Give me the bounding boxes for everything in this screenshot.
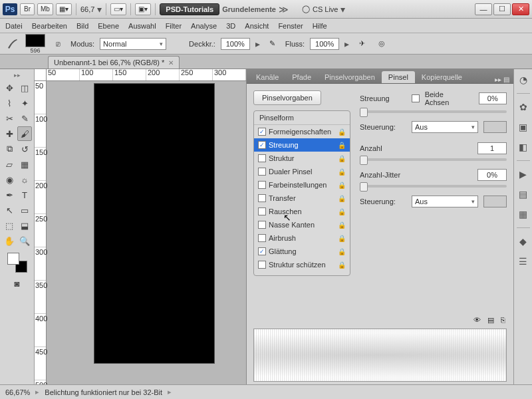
- minibridge-button[interactable]: Mb: [37, 3, 53, 15]
- menu-ebene[interactable]: Ebene: [98, 22, 119, 30]
- move-tool[interactable]: ✥: [2, 80, 17, 95]
- ruler-vertical[interactable]: 50100150200250300350400450500550: [35, 81, 47, 384]
- count-jitter-slider[interactable]: [360, 185, 507, 188]
- pen-tool[interactable]: ✒: [2, 188, 17, 202]
- checkbox-icon[interactable]: [258, 168, 266, 176]
- checkbox-icon[interactable]: [258, 221, 266, 229]
- lock-icon[interactable]: 🔒: [338, 221, 346, 229]
- color-swatches[interactable]: [7, 253, 27, 273]
- lasso-tool[interactable]: ⌇: [2, 96, 17, 110]
- lock-icon[interactable]: 🔒: [338, 261, 346, 269]
- checkbox-icon[interactable]: ✓: [258, 247, 266, 255]
- screen-mode-button[interactable]: ▣▾: [135, 3, 151, 15]
- create-brush-icon[interactable]: ⎘: [501, 316, 505, 325]
- flow-flyout-icon[interactable]: ▸: [344, 39, 349, 49]
- count-jitter-input[interactable]: 0%: [477, 169, 507, 181]
- lock-icon[interactable]: 🔒: [338, 182, 346, 189]
- gradient-tool[interactable]: ▦: [17, 157, 32, 172]
- tab-pfade[interactable]: Pfade: [285, 71, 318, 83]
- checkbox-icon[interactable]: [258, 181, 266, 189]
- lock-icon[interactable]: 🔒: [338, 208, 346, 215]
- lock-icon[interactable]: 🔒: [338, 168, 346, 176]
- path-tool[interactable]: ↖: [2, 203, 17, 217]
- tab-pinselvorgaben[interactable]: Pinselvorgaben: [318, 71, 382, 83]
- color-panel-icon[interactable]: ◔: [517, 73, 530, 86]
- brush-tool[interactable]: 🖌: [17, 126, 32, 141]
- stamp-tool[interactable]: ⧉: [2, 142, 17, 156]
- both-axes-checkbox[interactable]: [412, 94, 420, 102]
- layers-panel-icon[interactable]: ☰: [517, 255, 530, 268]
- shape-tool[interactable]: ▭: [17, 203, 32, 217]
- flow-input[interactable]: 100%: [310, 38, 339, 50]
- crop-tool[interactable]: ✂: [2, 111, 17, 126]
- ruler-origin[interactable]: [35, 69, 47, 81]
- workspace-more-icon[interactable]: ≫: [279, 4, 289, 15]
- checkbox-icon[interactable]: ✓: [258, 141, 266, 149]
- menu-3d[interactable]: 3D: [226, 22, 235, 30]
- workspace-name[interactable]: Grundelemente: [222, 5, 276, 13]
- lock-icon[interactable]: 🔒: [338, 128, 346, 136]
- opacity-pressure-icon[interactable]: ✎: [265, 37, 280, 51]
- count-input[interactable]: 1: [477, 142, 507, 154]
- cslive-dropdown-icon[interactable]: ▾: [340, 4, 345, 15]
- brush-option-streuung[interactable]: ✓Streuung🔒: [254, 138, 350, 152]
- maximize-button[interactable]: ☐: [493, 3, 511, 15]
- lock-icon[interactable]: 🔒: [338, 195, 346, 202]
- marquee-tool[interactable]: ◫: [17, 80, 32, 95]
- menu-fenster[interactable]: Fenster: [278, 22, 303, 30]
- dodge-tool[interactable]: ☼: [17, 172, 32, 187]
- 3d-tool[interactable]: ⬚: [2, 218, 17, 233]
- checkbox-icon[interactable]: ✓: [258, 128, 266, 136]
- canvas[interactable]: [94, 84, 214, 363]
- menu-bild[interactable]: Bild: [76, 22, 88, 30]
- panel-collapse-icon[interactable]: ▸▸ ▤: [491, 76, 513, 83]
- tablet-pressure-icon[interactable]: ◎: [374, 37, 389, 51]
- toggle-preview-icon[interactable]: 👁: [473, 316, 481, 325]
- control1-combo[interactable]: Aus: [412, 121, 478, 133]
- hand-tool[interactable]: ✋: [2, 233, 17, 248]
- opacity-input[interactable]: 100%: [221, 38, 250, 50]
- lock-icon[interactable]: 🔒: [338, 142, 346, 149]
- view-extras-button[interactable]: ▭▾: [110, 3, 126, 15]
- tab-pinsel[interactable]: Pinsel: [382, 71, 415, 83]
- close-button[interactable]: ✕: [512, 3, 529, 15]
- history-panel-icon[interactable]: ▤: [517, 188, 530, 201]
- menu-ansicht[interactable]: Ansicht: [245, 22, 269, 30]
- status-zoom[interactable]: 66,67%: [5, 388, 30, 396]
- brush-option-struktur[interactable]: Struktur🔒: [254, 152, 350, 165]
- checkbox-icon[interactable]: [258, 234, 266, 242]
- brush-option-transfer[interactable]: Transfer🔒: [254, 192, 350, 205]
- checkbox-icon[interactable]: [258, 154, 266, 162]
- heal-tool[interactable]: ✚: [2, 126, 17, 141]
- count-slider[interactable]: [360, 158, 507, 161]
- zoom-level[interactable]: 66,7: [80, 5, 94, 13]
- brush-option-glättung[interactable]: ✓Glättung🔒: [254, 245, 350, 258]
- checkbox-icon[interactable]: [258, 194, 266, 202]
- checkbox-icon[interactable]: [258, 261, 266, 269]
- menu-auswahl[interactable]: Auswahl: [128, 22, 156, 30]
- cslive-label[interactable]: CS Live: [313, 5, 338, 13]
- brush-option-formeigenschaften[interactable]: ✓Formeigenschaften🔒: [254, 125, 350, 138]
- wand-tool[interactable]: ✦: [17, 96, 32, 110]
- history-brush-tool[interactable]: ↺: [17, 142, 32, 156]
- blur-tool[interactable]: ◉: [2, 172, 17, 187]
- brush-option-dualer-pinsel[interactable]: Dualer Pinsel🔒: [254, 165, 350, 178]
- menu-analyse[interactable]: Analyse: [191, 22, 217, 30]
- info-panel-icon[interactable]: ▦: [517, 207, 530, 221]
- opacity-flyout-icon[interactable]: ▸: [255, 39, 260, 49]
- layout-button[interactable]: ▦▾: [56, 3, 72, 15]
- actions-panel-icon[interactable]: ▶: [517, 168, 530, 181]
- zoom-dropdown-icon[interactable]: ▾: [97, 4, 102, 15]
- lock-icon[interactable]: 🔒: [338, 155, 346, 162]
- status-flyout-icon[interactable]: ▸: [35, 388, 39, 396]
- tab-kanaele[interactable]: Kanäle: [249, 71, 285, 83]
- adjustments-panel-icon[interactable]: ✿: [517, 100, 530, 114]
- close-tab-icon[interactable]: ✕: [168, 59, 174, 66]
- menu-datei[interactable]: Datei: [5, 22, 23, 30]
- brush-option-farbeinstellungen[interactable]: Farbeinstellungen🔒: [254, 178, 350, 192]
- 3d-camera-tool[interactable]: ⬓: [17, 218, 32, 233]
- lock-icon[interactable]: 🔒: [338, 235, 346, 242]
- eyedropper-tool[interactable]: ✎: [17, 111, 32, 126]
- swatches-panel-icon[interactable]: ◆: [517, 235, 530, 248]
- control2-combo[interactable]: Aus: [412, 196, 478, 207]
